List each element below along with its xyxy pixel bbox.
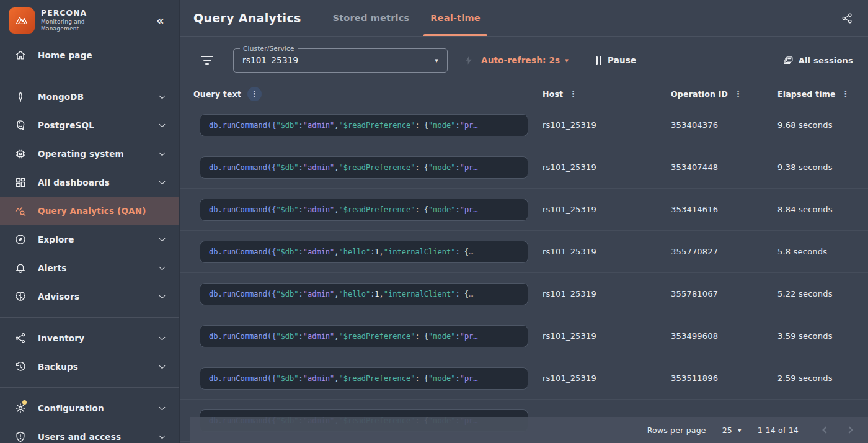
elapsed-time-cell: 9.68 seconds [777, 120, 868, 130]
sidebar-item-query-analytics[interactable]: Query Analytics (QAN) [0, 197, 179, 225]
sidebar-divider [0, 317, 179, 318]
brand-text: PERCONA Monitoring and Management [41, 9, 153, 32]
pagination-arrows [823, 427, 857, 432]
table-row[interactable]: db.runCommand({ "$db": "admin", "$readPr… [180, 357, 868, 400]
chevron-down-icon [159, 404, 166, 410]
elapsed-time-cell: 5.22 seconds [777, 289, 868, 298]
sidebar-item-all-dashboards[interactable]: All dashboards [0, 168, 179, 197]
pause-label: Pause [608, 55, 636, 65]
share-icon[interactable] [841, 12, 853, 24]
column-menu-icon[interactable]: ⋮ [247, 87, 262, 101]
auto-refresh-label: Auto-refresh: 2s [481, 55, 560, 65]
rows-per-page-select[interactable]: 25 ▾ [722, 426, 742, 435]
sidebar-item-configuration[interactable]: Configuration [0, 394, 179, 423]
column-menu-icon[interactable]: ⋮ [734, 90, 742, 98]
table-row[interactable]: db.runCommand({ "$db": "admin", "$readPr… [180, 189, 868, 231]
elapsed-time-cell: 5.8 seconds [777, 247, 868, 256]
auto-refresh-dropdown[interactable]: Auto-refresh: 2s ▾ [481, 55, 569, 65]
operation-id-cell: 353404376 [671, 120, 777, 130]
sidebar-item-mongodb[interactable]: MongoDB [0, 83, 179, 111]
elapsed-time-cell: 3.59 seconds [777, 331, 868, 341]
operation-id-cell: 353414616 [671, 205, 777, 214]
chevron-down-icon [159, 264, 166, 270]
nodes-icon [14, 331, 27, 345]
brand-name: PERCONA [41, 9, 153, 17]
cpu-icon [14, 147, 27, 161]
sidebar: PERCONA Monitoring and Management « Home… [0, 0, 180, 443]
sidebar-item-inventory[interactable]: Inventory [0, 324, 179, 352]
column-header-host: Host [542, 89, 563, 99]
operation-id-cell: 355781067 [671, 289, 777, 298]
history-icon [14, 360, 27, 374]
chevron-down-icon: ▾ [738, 426, 742, 434]
table-row[interactable]: db.runCommand({ "$db": "admin", "$readPr… [180, 104, 868, 146]
sidebar-item-home[interactable]: Home page [0, 41, 179, 69]
table-row[interactable]: db.runCommand({ "$db": "admin", "hello":… [180, 273, 868, 315]
query-text-chip[interactable]: db.runCommand({ "$db": "admin", "hello":… [200, 283, 528, 305]
sidebar-item-advisors[interactable]: Advisors [0, 282, 179, 311]
host-cell: rs101_25319 [542, 120, 671, 130]
operation-id-cell: 353499608 [671, 331, 777, 341]
toolbar: Cluster/Service rs101_25319 ▾ Auto-refre… [180, 37, 868, 84]
filter-icon[interactable] [201, 56, 213, 65]
column-header-elapsed-time: Elapsed time [777, 89, 836, 99]
tab-real-time[interactable]: Real-time [423, 0, 487, 36]
mongodb-leaf-icon [14, 90, 27, 104]
host-cell: rs101_25319 [542, 374, 671, 383]
column-header-operation-id: Operation ID [671, 89, 728, 99]
sidebar-item-postgresql[interactable]: PostgreSQL [0, 111, 179, 140]
sidebar-divider [0, 76, 179, 76]
sidebar-divider [0, 387, 179, 388]
pagination-range: 1-14 of 14 [758, 426, 799, 435]
query-text-chip[interactable]: db.runCommand({ "$db": "admin", "$readPr… [200, 156, 528, 179]
next-page-icon[interactable] [846, 426, 852, 433]
sidebar-item-alerts[interactable]: Alerts [0, 254, 179, 282]
query-text-chip[interactable]: db.runCommand({ "$db": "admin", "$readPr… [200, 367, 528, 390]
query-text-chip[interactable]: db.runCommand({ "$db": "admin", "hello":… [200, 241, 528, 263]
pagination-bar: Rows per page 25 ▾ 1-14 of 14 [190, 417, 868, 443]
elapsed-time-cell: 2.59 seconds [777, 374, 868, 383]
all-sessions-button[interactable]: All sessions [783, 55, 853, 66]
operation-id-cell: 355770827 [671, 247, 777, 256]
chevron-down-icon [159, 362, 166, 369]
host-cell: rs101_25319 [542, 205, 671, 214]
chevron-down-icon [159, 178, 166, 184]
percona-logo[interactable] [9, 7, 35, 34]
tab-stored-metrics[interactable]: Stored metrics [326, 0, 417, 36]
cluster-service-select[interactable]: Cluster/Service rs101_25319 ▾ [233, 48, 448, 73]
host-cell: rs101_25319 [542, 331, 671, 341]
cluster-service-label: Cluster/Service [240, 45, 298, 52]
elapsed-time-cell: 8.84 seconds [777, 205, 868, 214]
sessions-stack-icon [783, 55, 794, 66]
page-title: Query Analytics [193, 11, 301, 25]
operation-id-cell: 353407448 [671, 163, 777, 172]
table-body: db.runCommand({ "$db": "admin", "$readPr… [180, 104, 868, 442]
chevron-down-icon [159, 150, 166, 156]
host-cell: rs101_25319 [542, 247, 671, 256]
sidebar-item-backups[interactable]: Backups [0, 352, 179, 381]
table-row[interactable]: db.runCommand({ "$db": "admin", "$readPr… [180, 315, 868, 357]
home-icon [14, 48, 27, 62]
column-menu-icon[interactable]: ⋮ [842, 90, 850, 98]
operation-id-cell: 353511896 [671, 374, 777, 383]
chevron-down-icon: ▾ [565, 56, 569, 65]
query-analytics-icon [14, 204, 27, 218]
table-header: Query text ⋮ Host ⋮ Operation ID ⋮ Elaps… [180, 84, 868, 104]
sidebar-collapse-icon[interactable]: « [153, 13, 168, 28]
sidebar-item-explore[interactable]: Explore [0, 225, 179, 254]
query-text-chip[interactable]: db.runCommand({ "$db": "admin", "$readPr… [200, 199, 528, 221]
shield-icon [14, 430, 27, 443]
pause-button[interactable]: Pause [596, 55, 636, 65]
previous-page-icon[interactable] [822, 426, 829, 433]
cluster-service-value: rs101_25319 [242, 55, 298, 65]
sidebar-item-operating-system[interactable]: Operating system [0, 140, 179, 168]
sidebar-item-users-and-access[interactable]: Users and access [0, 423, 179, 443]
sidebar-nav: Home page MongoDB PostgreSQL Operating s… [0, 41, 179, 443]
table-row[interactable]: db.runCommand({ "$db": "admin", "hello":… [180, 231, 868, 273]
query-text-chip[interactable]: db.runCommand({ "$db": "admin", "$readPr… [200, 325, 528, 347]
query-text-chip[interactable]: db.runCommand({ "$db": "admin", "$readPr… [200, 114, 528, 136]
table-row[interactable]: db.runCommand({ "$db": "admin", "$readPr… [180, 146, 868, 189]
chevron-down-icon [159, 292, 166, 298]
bell-icon [14, 261, 27, 275]
column-menu-icon[interactable]: ⋮ [569, 90, 577, 98]
